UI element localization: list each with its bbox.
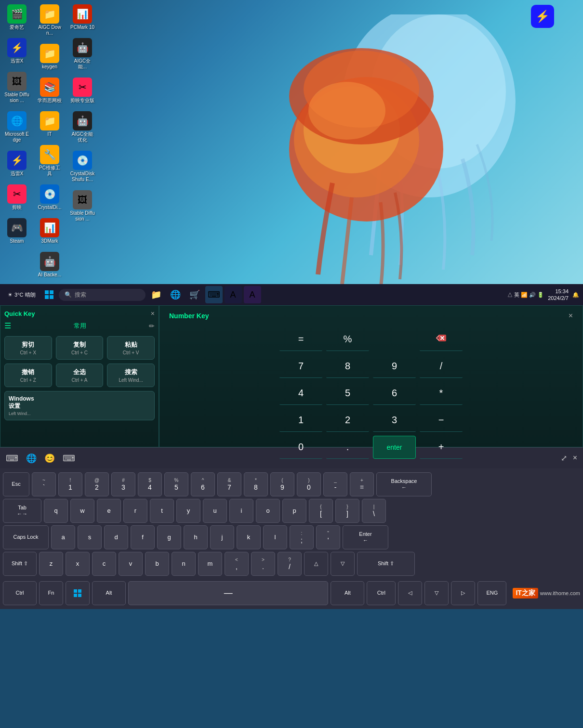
key-caps-lock[interactable]: Caps Lock — [3, 525, 49, 549]
desktop-icon-it[interactable]: 📁 IT — [35, 109, 64, 139]
numpad-minus[interactable]: − — [420, 409, 463, 432]
desktop-icon-edge[interactable]: 🌐 Microsoft Edge — [2, 109, 31, 145]
key-z[interactable]: z — [39, 552, 63, 576]
key-slash[interactable]: ? / — [278, 552, 302, 576]
key-comma[interactable]: < , — [225, 552, 249, 576]
key-m[interactable]: m — [198, 552, 222, 576]
key-1[interactable]: ! 1 — [58, 472, 82, 496]
key-arrow-left[interactable]: ◁ — [398, 581, 422, 605]
key-f[interactable]: f — [131, 525, 155, 549]
desktop-icon-crystal-shufu[interactable]: 💿 CrystalDisk Shufu E... — [68, 149, 97, 184]
desktop-icon-xunlei[interactable]: ⚡ 迅雷X — [2, 36, 31, 66]
key-y[interactable]: y — [176, 499, 200, 523]
filter-icon[interactable]: ☰ — [4, 321, 11, 330]
key-ctrl-right[interactable]: Ctrl — [367, 581, 396, 605]
numpad-5[interactable]: 5 — [326, 382, 369, 405]
key-6[interactable]: ^ 6 — [191, 472, 215, 496]
desktop-icon-pcmark[interactable]: 📊 PCMark 10 — [68, 2, 97, 32]
taskbar-start-button[interactable] — [41, 287, 57, 302]
key-k[interactable]: k — [237, 525, 261, 549]
key-eng[interactable]: ENG — [477, 581, 506, 605]
key-g[interactable]: g — [157, 525, 181, 549]
key-alt-right[interactable]: Alt — [331, 581, 364, 605]
desktop-icon-aigc-down[interactable]: 📁 AIGC Down... — [35, 2, 64, 38]
numpad-9[interactable]: 9 — [373, 355, 416, 378]
taskbar-notification-icon[interactable]: 🔔 — [572, 292, 579, 298]
key-equals[interactable]: + = — [350, 472, 374, 496]
kb-toolbar-expand-icon[interactable]: ⤢ — [561, 454, 567, 463]
key-h[interactable]: h — [184, 525, 208, 549]
key-shift-right[interactable]: Shift ⇧ — [357, 552, 415, 576]
kb-toolbar-layout-icon[interactable]: ⌨ — [63, 453, 75, 464]
key-u[interactable]: u — [203, 499, 227, 523]
edit-icon[interactable]: ✏ — [149, 322, 155, 330]
key-j[interactable]: j — [210, 525, 234, 549]
key-v[interactable]: v — [119, 552, 143, 576]
key-fn[interactable]: Fn — [39, 581, 63, 605]
key-enter[interactable]: Enter← — [343, 525, 388, 549]
numpad-dot[interactable]: . — [326, 436, 369, 459]
key-arrow-down[interactable]: ▽ — [424, 581, 449, 605]
desktop-icon-aigc3[interactable]: 🤖 AIGC全能优化 — [68, 109, 97, 145]
key-n[interactable]: n — [172, 552, 196, 576]
desktop-icon-ai-backend[interactable]: 🤖 AI Backe... — [35, 250, 64, 280]
taskbar-app-ai2[interactable]: A — [244, 286, 261, 303]
kb-toolbar-close-icon[interactable]: × — [573, 454, 577, 463]
desktop-icon-keygen[interactable]: 📁 keygen — [35, 42, 64, 72]
key-9[interactable]: ( 9 — [270, 472, 294, 496]
numpad-1[interactable]: 1 — [279, 409, 322, 432]
numpad-2[interactable]: 2 — [326, 409, 369, 432]
quick-key-windows-settings[interactable]: Windows设置 Left Wind... — [4, 391, 155, 420]
key-period[interactable]: > . — [251, 552, 275, 576]
key-tab[interactable]: Tab←→ — [3, 499, 41, 523]
key-down-arrow-shift[interactable]: ▽ — [331, 552, 355, 576]
key-pipe[interactable]: | \ — [362, 499, 386, 523]
key-b[interactable]: b — [145, 552, 169, 576]
key-ctrl-left[interactable]: Ctrl — [3, 581, 37, 605]
key-backspace[interactable]: Backspace← — [376, 472, 432, 496]
key-a[interactable]: a — [51, 525, 75, 549]
key-0[interactable]: ) 0 — [297, 472, 321, 496]
desktop-icon-stable2[interactable]: 🖼 Stable Diffusion ... — [68, 188, 97, 224]
numpad-3[interactable]: 3 — [373, 409, 416, 432]
key-bracket-close[interactable]: } ] — [335, 499, 359, 523]
desktop-icon-xueersi[interactable]: 📚 学而思网校 — [35, 76, 64, 105]
key-8[interactable]: * 8 — [244, 472, 268, 496]
key-esc[interactable]: Esc — [3, 472, 29, 496]
numpad-6[interactable]: 6 — [373, 382, 416, 405]
key-alt-left[interactable]: Alt — [92, 581, 126, 605]
desktop-icon-crystaldi[interactable]: 💿 CrystalDi... — [35, 182, 64, 212]
key-7[interactable]: & 7 — [217, 472, 241, 496]
taskbar-search-box[interactable]: 🔍 搜索 — [59, 289, 146, 301]
quick-key-undo[interactable]: 撤销 Ctrl + Z — [4, 364, 52, 387]
desktop-icon-stable-diffusion[interactable]: 🖼 Stable Diffusion ... — [2, 70, 31, 105]
desktop-icon-jianying[interactable]: ✂ 剪映 — [2, 182, 31, 212]
key-d[interactable]: d — [104, 525, 128, 549]
taskbar-app-dev[interactable]: ⌨ — [205, 286, 223, 303]
taskbar-app-store[interactable]: 🛒 — [186, 286, 203, 303]
key-c[interactable]: c — [92, 552, 116, 576]
key-i[interactable]: i — [229, 499, 253, 523]
desktop-icon-xunlei2[interactable]: ⚡ 迅雷X — [2, 149, 31, 179]
numpad-plus[interactable]: + — [420, 436, 463, 459]
numpad-0[interactable]: 0 — [279, 436, 322, 459]
key-w[interactable]: w — [70, 499, 94, 523]
desktop-icon-aiqiyi[interactable]: 🎬 爱奇艺 — [2, 2, 31, 32]
numpad-enter[interactable]: enter — [373, 436, 416, 459]
taskbar-app-files[interactable]: 📁 — [147, 286, 165, 303]
quick-key-paste[interactable]: 粘贴 Ctrl + V — [107, 336, 155, 360]
numpad-backspace[interactable] — [420, 328, 463, 351]
desktop-icon-aigc2[interactable]: 🤖 AIGC全能... — [68, 36, 97, 72]
kb-toolbar-globe-icon[interactable]: 🌐 — [26, 453, 37, 464]
key-2[interactable]: @ 2 — [85, 472, 109, 496]
key-s[interactable]: s — [78, 525, 102, 549]
desktop-top-right-stormviewer[interactable]: ⚡ — [531, 5, 554, 28]
key-e[interactable]: e — [97, 499, 121, 523]
key-t[interactable]: t — [150, 499, 174, 523]
numpad-8[interactable]: 8 — [326, 355, 369, 378]
key-backtick[interactable]: ~ ` — [32, 472, 56, 496]
desktop-icon-pc-tools[interactable]: 🔧 PC维修工具 — [35, 143, 64, 179]
numpad-divide[interactable]: / — [420, 355, 463, 378]
quick-key-copy[interactable]: 复制 Ctrl + C — [56, 336, 104, 360]
key-arrow-right[interactable]: ▷ — [451, 581, 475, 605]
